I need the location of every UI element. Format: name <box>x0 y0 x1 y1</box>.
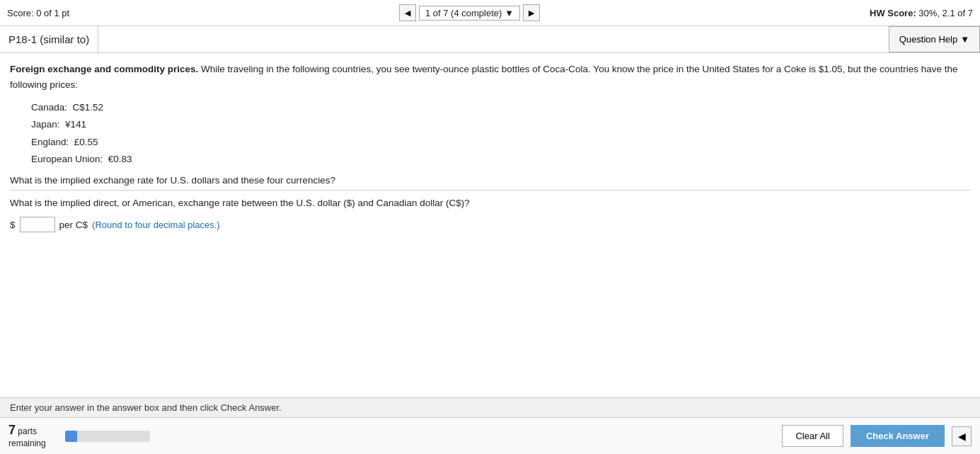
answer-row: $ per C$ (Round to four decimal places.) <box>10 217 970 232</box>
progress-text: 1 of 7 (4 complete) <box>425 8 502 18</box>
question-id: P18-1 (similar to) <box>0 26 98 52</box>
round-hint: (Round to four decimal places.) <box>92 220 220 230</box>
navigation-center: ◀ 1 of 7 (4 complete) ▼ ▶ <box>399 4 540 21</box>
intro-bold: Foreign exchange and commodity prices. <box>10 64 198 74</box>
dollar-sign: $ <box>10 220 16 230</box>
hw-score-label: HW Score: <box>870 8 916 18</box>
hw-score-display: HW Score: 30%, 2.1 of 7 <box>870 8 973 18</box>
hw-score-value: 30%, 2.1 of 7 <box>918 8 973 18</box>
question-help-label: Question Help <box>899 34 957 45</box>
question-help-button[interactable]: Question Help ▼ <box>889 26 980 52</box>
question-help-icon: ▼ <box>960 34 969 45</box>
list-item: Canada: C$1.52 <box>31 99 970 116</box>
main-content: Foreign exchange and commodity prices. W… <box>0 53 980 241</box>
top-bar: Score: 0 of 1 pt ◀ 1 of 7 (4 complete) ▼… <box>0 0 980 26</box>
prev-question-button[interactable]: ◀ <box>399 4 416 21</box>
score-label: Score: 0 of 1 pt <box>7 8 69 18</box>
country-list: Canada: C$1.52 Japan: ¥141 England: £0.5… <box>31 99 970 168</box>
question-header: P18-1 (similar to) Question Help ▼ <box>0 26 980 53</box>
answer-input[interactable] <box>20 217 55 232</box>
per-label: per C$ <box>59 220 88 230</box>
list-item: European Union: €0.83 <box>31 151 970 168</box>
list-item: Japan: ¥141 <box>31 116 970 133</box>
intro-text: Foreign exchange and commodity prices. W… <box>10 62 970 92</box>
question-2-text: What is the implied direct, or American,… <box>10 198 970 208</box>
next-question-button[interactable]: ▶ <box>523 4 540 21</box>
question-1-text: What is the implied exchange rate for U.… <box>10 175 970 191</box>
list-item: England: £0.55 <box>31 134 970 151</box>
progress-dropdown[interactable]: 1 of 7 (4 complete) ▼ <box>419 6 520 21</box>
progress-dropdown-icon: ▼ <box>505 8 514 18</box>
score-display: Score: 0 of 1 pt <box>7 8 69 18</box>
